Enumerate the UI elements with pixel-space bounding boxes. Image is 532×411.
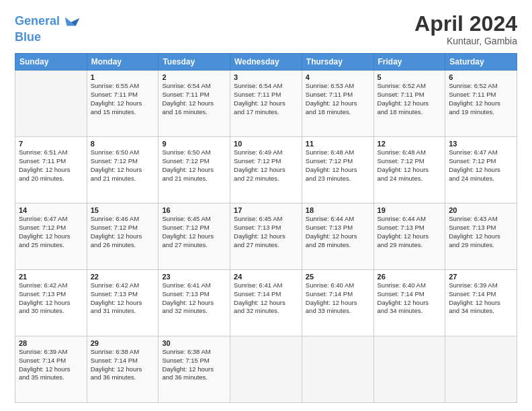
day-info: Sunrise: 6:45 AM Sunset: 7:12 PM Dayligh…: [162, 215, 226, 249]
calendar-cell: 27Sunrise: 6:39 AM Sunset: 7:14 PM Dayli…: [445, 270, 517, 336]
calendar-cell: 30Sunrise: 6:38 AM Sunset: 7:15 PM Dayli…: [159, 336, 230, 403]
calendar-cell: [445, 336, 517, 403]
calendar-cell: 29Sunrise: 6:38 AM Sunset: 7:14 PM Dayli…: [87, 336, 159, 403]
calendar-cell: 3Sunrise: 6:54 AM Sunset: 7:11 PM Daylig…: [230, 71, 302, 137]
calendar-cell: 13Sunrise: 6:47 AM Sunset: 7:12 PM Dayli…: [445, 137, 517, 203]
day-info: Sunrise: 6:39 AM Sunset: 7:14 PM Dayligh…: [19, 348, 83, 382]
calendar-week-3: 14Sunrise: 6:47 AM Sunset: 7:12 PM Dayli…: [15, 203, 517, 270]
day-number: 2: [162, 73, 226, 81]
day-info: Sunrise: 6:38 AM Sunset: 7:15 PM Dayligh…: [162, 348, 226, 382]
day-number: 21: [19, 273, 83, 281]
day-number: 11: [306, 140, 370, 148]
month-title: April 2024: [414, 12, 517, 36]
day-info: Sunrise: 6:50 AM Sunset: 7:12 PM Dayligh…: [91, 148, 155, 183]
calendar-cell: 8Sunrise: 6:50 AM Sunset: 7:12 PM Daylig…: [87, 137, 159, 203]
calendar-cell: 28Sunrise: 6:39 AM Sunset: 7:14 PM Dayli…: [15, 336, 87, 403]
day-number: 26: [378, 273, 442, 281]
day-number: 12: [378, 140, 442, 148]
calendar-header-monday: Monday: [87, 54, 159, 71]
calendar-header-row: SundayMondayTuesdayWednesdayThursdayFrid…: [15, 54, 517, 71]
calendar-cell: 11Sunrise: 6:48 AM Sunset: 7:12 PM Dayli…: [302, 137, 373, 203]
day-info: Sunrise: 6:52 AM Sunset: 7:11 PM Dayligh…: [378, 82, 442, 116]
calendar-cell: 12Sunrise: 6:48 AM Sunset: 7:12 PM Dayli…: [373, 137, 445, 203]
day-number: 25: [306, 273, 370, 281]
day-info: Sunrise: 6:48 AM Sunset: 7:12 PM Dayligh…: [306, 148, 370, 183]
day-info: Sunrise: 6:40 AM Sunset: 7:14 PM Dayligh…: [306, 281, 370, 316]
calendar-table: SundayMondayTuesdayWednesdayThursdayFrid…: [15, 53, 517, 403]
day-number: 30: [162, 339, 226, 347]
day-info: Sunrise: 6:46 AM Sunset: 7:12 PM Dayligh…: [91, 215, 155, 249]
calendar-cell: 10Sunrise: 6:49 AM Sunset: 7:12 PM Dayli…: [230, 137, 302, 203]
day-info: Sunrise: 6:54 AM Sunset: 7:11 PM Dayligh…: [234, 82, 298, 116]
calendar-cell: 19Sunrise: 6:44 AM Sunset: 7:13 PM Dayli…: [373, 203, 445, 270]
day-number: 4: [306, 73, 370, 81]
day-number: 7: [19, 140, 83, 148]
day-number: 23: [162, 273, 226, 281]
day-number: 16: [162, 206, 226, 214]
calendar-cell: [230, 336, 302, 403]
calendar-body: 1Sunrise: 6:55 AM Sunset: 7:11 PM Daylig…: [15, 71, 517, 403]
day-number: 3: [234, 73, 298, 81]
calendar-cell: 7Sunrise: 6:51 AM Sunset: 7:11 PM Daylig…: [15, 137, 87, 203]
day-info: Sunrise: 6:50 AM Sunset: 7:12 PM Dayligh…: [162, 148, 226, 183]
calendar-header-friday: Friday: [373, 54, 445, 71]
calendar-cell: 22Sunrise: 6:42 AM Sunset: 7:13 PM Dayli…: [87, 270, 159, 336]
day-number: 8: [91, 140, 155, 148]
calendar-cell: 1Sunrise: 6:55 AM Sunset: 7:11 PM Daylig…: [87, 71, 159, 137]
day-number: 14: [19, 206, 83, 214]
day-number: 22: [91, 273, 155, 281]
day-info: Sunrise: 6:52 AM Sunset: 7:11 PM Dayligh…: [449, 82, 513, 116]
calendar-week-1: 1Sunrise: 6:55 AM Sunset: 7:11 PM Daylig…: [15, 71, 517, 137]
day-info: Sunrise: 6:45 AM Sunset: 7:13 PM Dayligh…: [234, 215, 298, 249]
logo-text: General: [15, 15, 60, 28]
day-info: Sunrise: 6:39 AM Sunset: 7:14 PM Dayligh…: [449, 281, 513, 316]
logo-icon: [62, 12, 81, 31]
calendar-cell: 25Sunrise: 6:40 AM Sunset: 7:14 PM Dayli…: [302, 270, 373, 336]
day-number: 28: [19, 339, 83, 347]
calendar-cell: 9Sunrise: 6:50 AM Sunset: 7:12 PM Daylig…: [159, 137, 230, 203]
day-number: 10: [234, 140, 298, 148]
day-number: 29: [91, 339, 155, 347]
day-number: 15: [91, 206, 155, 214]
day-number: 18: [306, 206, 370, 214]
day-number: 5: [378, 73, 442, 81]
day-info: Sunrise: 6:44 AM Sunset: 7:13 PM Dayligh…: [306, 215, 370, 249]
calendar-cell: 20Sunrise: 6:43 AM Sunset: 7:13 PM Dayli…: [445, 203, 517, 270]
day-number: 19: [378, 206, 442, 214]
logo: General Blue: [15, 12, 81, 44]
day-info: Sunrise: 6:55 AM Sunset: 7:11 PM Dayligh…: [91, 82, 155, 116]
calendar-cell: 18Sunrise: 6:44 AM Sunset: 7:13 PM Dayli…: [302, 203, 373, 270]
day-info: Sunrise: 6:44 AM Sunset: 7:13 PM Dayligh…: [378, 215, 442, 249]
day-number: 24: [234, 273, 298, 281]
calendar-week-4: 21Sunrise: 6:42 AM Sunset: 7:13 PM Dayli…: [15, 270, 517, 336]
day-info: Sunrise: 6:40 AM Sunset: 7:14 PM Dayligh…: [378, 281, 442, 316]
day-info: Sunrise: 6:43 AM Sunset: 7:13 PM Dayligh…: [449, 215, 513, 249]
calendar-cell: 6Sunrise: 6:52 AM Sunset: 7:11 PM Daylig…: [445, 71, 517, 137]
day-number: 6: [449, 73, 513, 81]
calendar-cell: [302, 336, 373, 403]
calendar-cell: 16Sunrise: 6:45 AM Sunset: 7:12 PM Dayli…: [159, 203, 230, 270]
day-number: 17: [234, 206, 298, 214]
calendar-cell: 2Sunrise: 6:54 AM Sunset: 7:11 PM Daylig…: [159, 71, 230, 137]
day-number: 1: [91, 73, 155, 81]
day-info: Sunrise: 6:53 AM Sunset: 7:11 PM Dayligh…: [306, 82, 370, 116]
page: General Blue April 2024 Kuntaur, Gambia: [0, 0, 532, 411]
calendar-cell: 15Sunrise: 6:46 AM Sunset: 7:12 PM Dayli…: [87, 203, 159, 270]
day-number: 9: [162, 140, 226, 148]
day-info: Sunrise: 6:47 AM Sunset: 7:12 PM Dayligh…: [449, 148, 513, 183]
day-info: Sunrise: 6:41 AM Sunset: 7:14 PM Dayligh…: [234, 281, 298, 316]
day-number: 13: [449, 140, 513, 148]
day-info: Sunrise: 6:51 AM Sunset: 7:11 PM Dayligh…: [19, 148, 83, 183]
day-info: Sunrise: 6:42 AM Sunset: 7:13 PM Dayligh…: [19, 281, 83, 316]
calendar-cell: 5Sunrise: 6:52 AM Sunset: 7:11 PM Daylig…: [373, 71, 445, 137]
calendar-cell: 21Sunrise: 6:42 AM Sunset: 7:13 PM Dayli…: [15, 270, 87, 336]
calendar-header-wednesday: Wednesday: [230, 54, 302, 71]
day-number: 20: [449, 206, 513, 214]
calendar-header-saturday: Saturday: [445, 54, 517, 71]
calendar-cell: 23Sunrise: 6:41 AM Sunset: 7:13 PM Dayli…: [159, 270, 230, 336]
calendar-cell: 14Sunrise: 6:47 AM Sunset: 7:12 PM Dayli…: [15, 203, 87, 270]
calendar-cell: 4Sunrise: 6:53 AM Sunset: 7:11 PM Daylig…: [302, 71, 373, 137]
calendar-cell: 17Sunrise: 6:45 AM Sunset: 7:13 PM Dayli…: [230, 203, 302, 270]
day-info: Sunrise: 6:54 AM Sunset: 7:11 PM Dayligh…: [162, 82, 226, 116]
calendar-cell: 26Sunrise: 6:40 AM Sunset: 7:14 PM Dayli…: [373, 270, 445, 336]
